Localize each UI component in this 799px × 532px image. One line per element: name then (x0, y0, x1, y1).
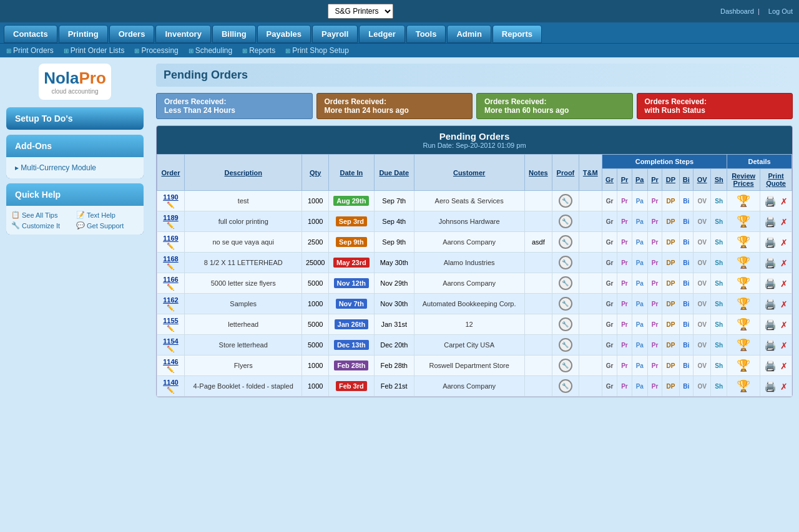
print-quote-icon-1168[interactable]: 🖨️ (764, 258, 777, 268)
delete-icon-1146[interactable]: ✗ (780, 361, 788, 371)
bi-cell-1154[interactable]: Bi (679, 335, 694, 355)
proof-btn-1166[interactable]: 🔧 (559, 276, 572, 290)
pr1-cell-1190[interactable]: Pr (617, 191, 632, 211)
bi-cell-1189[interactable]: Bi (679, 211, 694, 232)
dp-cell-1189[interactable]: DP (662, 211, 679, 232)
pa-cell-1189[interactable]: Pa (632, 211, 647, 232)
delete-icon-1140[interactable]: ✗ (780, 382, 788, 392)
pr1-cell-1155[interactable]: Pr (617, 314, 632, 335)
ov-cell-1169[interactable]: OV (694, 232, 711, 253)
pr2-cell-1155[interactable]: Pr (647, 314, 662, 335)
pr1-cell-1140[interactable]: Pr (617, 376, 632, 397)
pr2-cell-1154[interactable]: Pr (647, 335, 662, 355)
bi-cell-1146[interactable]: Bi (679, 355, 694, 376)
qh-get-support[interactable]: 💬 Get Support (76, 221, 139, 230)
order-link-1140[interactable]: 1140 (163, 379, 178, 386)
bi-cell-1155[interactable]: Bi (679, 314, 694, 335)
review-prices-icon-1155[interactable]: 🏆 (737, 318, 750, 331)
sh-cell-1166[interactable]: Sh (711, 273, 727, 294)
order-link-1162[interactable]: 1162 (163, 296, 178, 304)
proof-btn-1140[interactable]: 🔧 (559, 379, 572, 393)
nav-contacts[interactable]: Contacts (4, 25, 57, 43)
gr-cell-1168[interactable]: Gr (602, 253, 617, 273)
print-quote-icon-1154[interactable]: 🖨️ (764, 340, 777, 351)
pr2-cell-1166[interactable]: Pr (647, 273, 662, 294)
ov-cell-1146[interactable]: OV (694, 355, 711, 376)
proof-btn-1189[interactable]: 🔧 (559, 215, 572, 228)
gr-cell-1155[interactable]: Gr (602, 314, 617, 335)
print-quote-icon-1190[interactable]: 🖨️ (764, 196, 777, 206)
print-quote-icon-1189[interactable]: 🖨️ (764, 216, 777, 227)
pr1-cell-1168[interactable]: Pr (617, 253, 632, 273)
proof-btn-1169[interactable]: 🔧 (559, 235, 572, 249)
pr2-cell-1168[interactable]: Pr (647, 253, 662, 273)
gr-cell-1166[interactable]: Gr (602, 273, 617, 294)
pr2-cell-1140[interactable]: Pr (647, 376, 662, 397)
review-prices-icon-1146[interactable]: 🏆 (737, 359, 750, 372)
order-link-1190[interactable]: 1190 (163, 193, 178, 201)
nav-ledger[interactable]: Ledger (359, 25, 404, 43)
sh-cell-1154[interactable]: Sh (711, 335, 727, 355)
order-link-1146[interactable]: 1146 (163, 358, 178, 365)
review-prices-icon-1140[interactable]: 🏆 (737, 380, 750, 392)
pr2-cell-1189[interactable]: Pr (647, 211, 662, 232)
ov-cell-1140[interactable]: OV (694, 376, 711, 397)
sh-cell-1146[interactable]: Sh (711, 355, 727, 376)
ov-cell-1190[interactable]: OV (694, 191, 711, 211)
review-prices-icon-1166[interactable]: 🏆 (737, 277, 750, 289)
pr2-cell-1146[interactable]: Pr (647, 355, 662, 376)
subnav-print-orders[interactable]: ⊞ Print Orders (6, 46, 54, 55)
multi-currency-link[interactable]: ▸ Multi-Currency Module (15, 162, 135, 173)
bi-cell-1140[interactable]: Bi (679, 376, 694, 397)
pa-cell-1155[interactable]: Pa (632, 314, 647, 335)
pencil-icon-1168[interactable]: ✏️ (167, 263, 174, 270)
review-prices-icon-1169[interactable]: 🏆 (737, 236, 750, 248)
bi-cell-1166[interactable]: Bi (679, 273, 694, 294)
proof-btn-1162[interactable]: 🔧 (559, 297, 572, 311)
ov-cell-1166[interactable]: OV (694, 273, 711, 294)
sh-cell-1168[interactable]: Sh (711, 253, 727, 273)
ov-cell-1154[interactable]: OV (694, 335, 711, 355)
dp-cell-1190[interactable]: DP (662, 191, 679, 211)
pencil-icon-1169[interactable]: ✏️ (167, 243, 174, 249)
setup-todos-btn[interactable]: Setup To Do's (6, 107, 144, 130)
nav-payables[interactable]: Payables (257, 25, 311, 43)
gr-cell-1162[interactable]: Gr (602, 294, 617, 314)
pencil-icon-1166[interactable]: ✏️ (167, 284, 174, 291)
sh-cell-1190[interactable]: Sh (711, 191, 727, 211)
print-quote-icon-1155[interactable]: 🖨️ (764, 319, 777, 330)
pr1-cell-1154[interactable]: Pr (617, 335, 632, 355)
review-prices-icon-1190[interactable]: 🏆 (737, 195, 750, 207)
bi-cell-1190[interactable]: Bi (679, 191, 694, 211)
order-link-1155[interactable]: 1155 (163, 317, 178, 324)
dp-cell-1154[interactable]: DP (662, 335, 679, 355)
pa-cell-1154[interactable]: Pa (632, 335, 647, 355)
proof-btn-1190[interactable]: 🔧 (559, 194, 572, 208)
qh-see-all-tips[interactable]: 📋 See All Tips (11, 211, 74, 219)
dp-cell-1166[interactable]: DP (662, 273, 679, 294)
gr-cell-1146[interactable]: Gr (602, 355, 617, 376)
dp-cell-1169[interactable]: DP (662, 232, 679, 253)
company-dropdown[interactable]: S&G Printers (328, 4, 393, 19)
pa-cell-1146[interactable]: Pa (632, 355, 647, 376)
nav-billing[interactable]: Billing (212, 25, 256, 43)
order-link-1168[interactable]: 1168 (163, 255, 178, 263)
pr1-cell-1189[interactable]: Pr (617, 211, 632, 232)
pencil-icon-1140[interactable]: ✏️ (167, 387, 174, 394)
nav-reports[interactable]: Reports (493, 25, 542, 43)
pencil-icon-1146[interactable]: ✏️ (167, 366, 174, 373)
pa-cell-1166[interactable]: Pa (632, 273, 647, 294)
sh-cell-1140[interactable]: Sh (711, 376, 727, 397)
sh-cell-1169[interactable]: Sh (711, 232, 727, 253)
order-link-1169[interactable]: 1169 (163, 235, 178, 242)
delete-icon-1155[interactable]: ✗ (780, 320, 788, 330)
sh-cell-1189[interactable]: Sh (711, 211, 727, 232)
dp-cell-1155[interactable]: DP (662, 314, 679, 335)
dashboard-link[interactable]: Dashboard (720, 7, 754, 15)
order-link-1166[interactable]: 1166 (163, 276, 178, 283)
review-prices-icon-1154[interactable]: 🏆 (737, 339, 750, 351)
qh-customize[interactable]: 🔧 Customize It (11, 221, 74, 230)
nav-tools[interactable]: Tools (406, 25, 446, 43)
pencil-icon-1155[interactable]: ✏️ (167, 325, 174, 332)
nav-printing[interactable]: Printing (59, 25, 108, 43)
